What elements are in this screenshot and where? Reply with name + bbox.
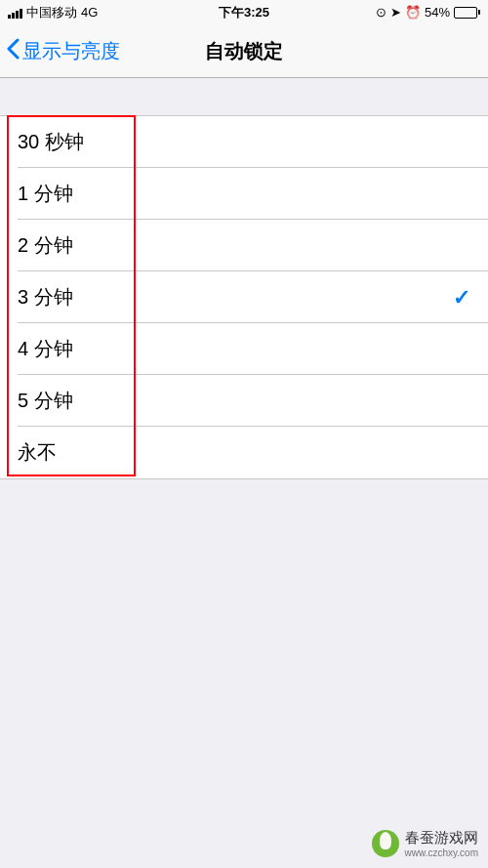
status-right: ⊙ ➤ ⏰ 54%	[376, 5, 480, 20]
option-label: 5 分钟	[18, 388, 73, 414]
status-bar: 中国移动 4G 下午3:25 ⊙ ➤ ⏰ 54%	[0, 0, 488, 24]
status-left: 中国移动 4G	[8, 4, 98, 21]
option-1min[interactable]: 1 分钟	[0, 168, 488, 220]
location-icon: ➤	[390, 5, 401, 20]
back-button[interactable]: 显示与亮度	[0, 38, 126, 64]
rotation-lock-icon: ⊙	[376, 5, 386, 20]
page-title: 自动锁定	[205, 38, 283, 64]
option-label: 2 分钟	[18, 232, 73, 259]
watermark-title: 春蚕游戏网	[405, 829, 478, 847]
option-label: 3 分钟	[18, 284, 73, 310]
watermark-logo-icon	[372, 830, 399, 857]
option-30s[interactable]: 30 秒钟	[0, 116, 488, 168]
options-list: 30 秒钟 1 分钟 2 分钟 3 分钟 ✓ 4 分钟 5 分钟 永不	[0, 115, 488, 479]
option-label: 永不	[18, 439, 57, 466]
carrier-label: 中国移动	[26, 4, 77, 21]
option-never[interactable]: 永不	[0, 427, 488, 478]
battery-icon	[454, 7, 480, 19]
checkmark-icon: ✓	[453, 285, 470, 310]
navigation-bar: 显示与亮度 自动锁定	[0, 24, 488, 78]
option-4min[interactable]: 4 分钟	[0, 323, 488, 375]
chevron-left-icon	[6, 38, 20, 64]
back-label: 显示与亮度	[22, 38, 120, 64]
watermark: 春蚕游戏网 www.czchxy.com	[372, 829, 478, 858]
option-label: 4 分钟	[18, 336, 73, 362]
clock-label: 下午3:25	[219, 4, 269, 21]
option-label: 30 秒钟	[18, 129, 84, 155]
option-3min[interactable]: 3 分钟 ✓	[0, 271, 488, 323]
watermark-text-group: 春蚕游戏网 www.czchxy.com	[405, 829, 478, 858]
alarm-icon: ⏰	[405, 5, 421, 20]
battery-percent-label: 54%	[425, 5, 450, 20]
watermark-url: www.czchxy.com	[405, 847, 478, 858]
network-label: 4G	[81, 5, 98, 20]
signal-bars-icon	[8, 7, 22, 19]
option-label: 1 分钟	[18, 181, 73, 207]
content-area: 30 秒钟 1 分钟 2 分钟 3 分钟 ✓ 4 分钟 5 分钟 永不	[0, 78, 488, 479]
option-2min[interactable]: 2 分钟	[0, 220, 488, 271]
option-5min[interactable]: 5 分钟	[0, 375, 488, 427]
